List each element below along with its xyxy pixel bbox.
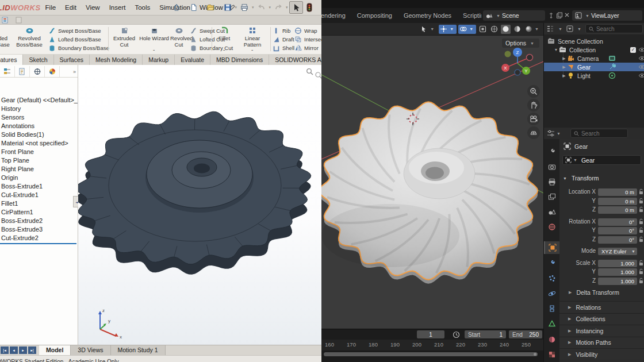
scroll-next-icon[interactable]: ▸ [19,346,27,354]
menu-item-view[interactable]: View [81,0,105,15]
new-document-icon[interactable] [187,2,200,13]
properties-tab-output[interactable] [544,176,559,188]
chevron-right-icon[interactable]: ▶ [561,74,567,78]
properties-tab-data[interactable] [544,317,559,330]
feature-tree-item[interactable]: Annotations [0,122,78,130]
ribbon-tab-features[interactable]: Features [0,55,23,65]
undo-icon[interactable] [255,2,268,13]
new-scene-icon[interactable] [556,12,563,19]
modifier-icon[interactable] [608,63,616,71]
feature-tree-item[interactable]: Boss-Extrude1 [0,182,78,191]
workspace-tab-rendering[interactable]: Rendering [321,8,351,23]
stack_cut-2[interactable]: Boundary Cut [190,44,241,52]
chevron-right-icon[interactable]: ▶ [561,65,567,70]
properties-search-field[interactable]: Search [570,129,628,138]
status-light-icon[interactable] [303,2,316,13]
feature-tree-item[interactable]: Origin [0,174,78,182]
tab-configuration-manager[interactable] [30,66,45,77]
open-document-icon[interactable] [204,2,217,13]
stack_f2-1[interactable]: Intersect [294,35,321,44]
dropdown-chevron-icon[interactable]: ▾ [200,5,205,10]
stack_boss-0[interactable]: Swept Boss/Base [48,26,107,35]
feature-tree-item[interactable]: Fillet1 [0,199,78,208]
editor-type-icon[interactable] [547,130,555,137]
zoom-icon[interactable] [527,85,540,98]
ribbon-tab-mesh-modeling[interactable]: Mesh Modeling [90,55,143,65]
rollback-bar[interactable] [0,243,76,244]
panel-expand-chevron-icon[interactable]: » [73,69,78,75]
orthographic-grid-icon[interactable] [527,126,540,139]
lock-icon[interactable] [639,236,643,242]
lock-icon[interactable] [639,278,643,284]
feature-tree-item[interactable]: Gear (Default) <<Default>_Displ [0,96,78,105]
feature-tree-item[interactable]: Material <not specified> [0,139,78,148]
timeline-ruler[interactable]: 160170180190200210220230240250 [321,340,543,351]
outliner-row-collection[interactable]: ▼Collection✓ [544,45,644,54]
properties-tab-tool[interactable] [544,146,559,159]
properties-tab-constraints[interactable] [544,302,559,315]
transform-value-field[interactable]: 1.000 [598,260,637,267]
lock-icon[interactable] [639,260,643,266]
feature-tree-item[interactable]: History [0,105,78,113]
navigation-gizmo[interactable]: ZXY [501,40,538,78]
ribbon-tab-mbd-dimensions[interactable]: MBD Dimensions [210,55,269,65]
section-relations[interactable]: ▶Relations [559,301,644,313]
ribbon-tab-evaluate[interactable]: Evaluate [175,55,210,65]
chevron-right-icon[interactable]: ▶ [561,56,567,61]
scroll-last-icon[interactable]: ▸| [28,346,36,354]
stack_f2-0[interactable]: Wrap [294,26,321,35]
visibility-eye-icon[interactable] [638,73,644,78]
feature-tree-item[interactable]: CirPattern1 [0,208,78,217]
transform-value-field[interactable]: 1.000 [598,268,637,276]
camera-data-icon[interactable] [608,55,616,62]
save-icon[interactable] [221,2,234,13]
transform-value-field[interactable]: 0° [598,227,637,234]
properties-tab-texture[interactable] [544,348,559,361]
ribbon-tab-sketch[interactable]: Sketch [23,55,53,65]
outliner-row-scene-collection[interactable]: Scene Collection [544,37,644,45]
transform-value-field[interactable]: 0 m [598,188,637,196]
visibility-eye-icon[interactable] [638,64,644,70]
ghost-document-icon[interactable] [16,17,23,24]
section-instancing[interactable]: ▶Instancing [559,325,644,336]
scene-selector[interactable]: ▼ Scene [483,10,545,21]
autokey-clock-icon[interactable] [453,331,460,338]
collection-checkbox[interactable]: ✓ [630,47,636,53]
lock-icon[interactable] [639,218,643,225]
feature-tree-item[interactable]: Boss-Extrude3 [0,225,78,234]
stack_boss-2[interactable]: Boundary Boss/Base [48,44,107,52]
zoom-tool-icon[interactable] [306,68,313,75]
print-icon[interactable] [238,2,251,13]
view-layer-selector[interactable]: ▼ ViewLayer [572,10,642,21]
delta-transform-header[interactable]: ▶ Delta Transform [567,289,619,296]
extruded-boss-base-button[interactable]: Extruded Boss/Base [0,26,13,48]
lock-icon[interactable] [639,227,643,233]
current-frame-field[interactable]: 1 [417,330,444,338]
bottom-tab-motion-study-1[interactable]: Motion Study 1 [111,345,166,355]
workspace-tab-compositing[interactable]: Compositing [351,8,398,23]
blender-3d-viewport[interactable]: ▼ ▼ ▼ [321,23,543,329]
hole-wizard-button[interactable]: Hole Wizard [139,26,169,42]
visibility-eye-icon[interactable] [638,47,644,52]
properties-tab-physics[interactable] [544,287,559,300]
feature-tree-item[interactable]: Front Plane [0,148,78,156]
properties-tab-material[interactable] [544,333,559,346]
feature-tree-item[interactable]: Right Plane [0,165,78,174]
home-icon[interactable] [170,2,183,13]
ribbon-tab-solidworks-add-ins[interactable]: SOLIDWORKS Add-Ins [269,55,321,65]
redo-icon[interactable] [272,2,285,13]
transform-value-field[interactable]: 0 m [598,198,637,205]
menu-item-insert[interactable]: Insert [105,0,131,15]
feature-tree-item[interactable]: Cut-Extrude1 [0,191,78,199]
frame-end-field[interactable]: End 250 [509,330,542,338]
solidworks-viewport[interactable]: zyx [78,65,321,345]
fillet-button[interactable]: Fillet [214,26,235,42]
transform-value-field[interactable]: 0° [598,218,637,226]
display-mode-icon[interactable] [546,25,554,32]
select-cursor-icon[interactable] [289,1,303,14]
tab-feature-tree[interactable] [0,66,15,77]
feature-tree-item[interactable]: Top Plane [0,156,78,165]
frame-start-field[interactable]: Start 1 [465,330,506,338]
feature-tree-item[interactable]: Sensors [0,113,78,122]
lock-icon[interactable] [639,188,643,195]
